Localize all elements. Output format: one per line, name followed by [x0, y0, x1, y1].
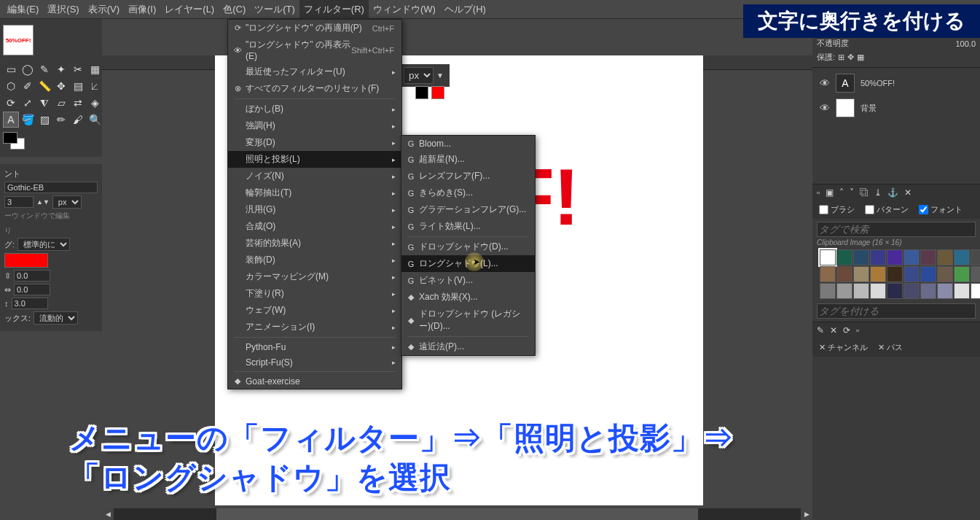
submenu-vignette[interactable]: Gビネット(V)...	[401, 272, 535, 289]
line-spacing-input[interactable]	[14, 270, 50, 282]
tool-fuzzy-select[interactable]: ✦	[53, 61, 69, 77]
submenu-sparkle[interactable]: Gきらめき(S)...	[401, 185, 535, 201]
tab-channels[interactable]: ✕ チャンネル	[815, 341, 872, 354]
menu-filters[interactable]: フィルター(R)	[299, 0, 369, 19]
tool-picker[interactable]: ✐	[20, 78, 36, 94]
foreground-color[interactable]	[3, 132, 17, 144]
tool-scale[interactable]: ⤢	[20, 95, 36, 111]
menu-windows[interactable]: ウィンドウ(W)	[369, 0, 440, 19]
submenu-gradflare[interactable]: Gグラデーションフレア(G)...	[401, 201, 535, 218]
tool-free-select[interactable]: ✎	[36, 61, 52, 77]
submenu-dropshadow[interactable]: Gドロップシャドウ(D)...	[401, 238, 535, 255]
submenu-xach[interactable]: ◆Xach 効果(X)...	[401, 289, 535, 306]
submenu-perspective[interactable]: ◆遠近法(P)...	[401, 338, 535, 355]
font-unit-select[interactable]: px	[52, 195, 82, 209]
text-fg-color[interactable]	[431, 86, 444, 99]
menu-view[interactable]: 表示(V)	[84, 0, 124, 19]
pattern-swatch[interactable]	[820, 266, 836, 282]
tool-gradient[interactable]: ▨	[36, 112, 52, 128]
menu-layer[interactable]: レイヤー(L)	[160, 0, 219, 19]
visibility-icon[interactable]: 👁	[820, 102, 830, 114]
tab-brush[interactable]: ブラシ	[815, 203, 859, 217]
tab-paths[interactable]: ✕ パス	[874, 341, 907, 354]
menu-render[interactable]: 下塗り(R)▸	[228, 285, 401, 302]
menu-noise[interactable]: ノイズ(N)▸	[228, 168, 401, 185]
menu-select[interactable]: 選択(S)	[43, 0, 83, 19]
pattern-swatch[interactable]	[903, 283, 920, 299]
tool-scissors[interactable]: ✂	[70, 61, 86, 77]
merge-down-icon[interactable]: ⤓	[874, 187, 882, 198]
submenu-lensflare[interactable]: Gレンズフレア(F)...	[401, 168, 535, 185]
pattern-swatch[interactable]	[836, 249, 852, 265]
hinting-select[interactable]: 標準的に	[17, 238, 70, 251]
layer-group-icon[interactable]: ▣	[826, 187, 834, 198]
tool-rect-select[interactable]: ▭	[3, 61, 19, 77]
lock-pixels-icon[interactable]: ⊞	[838, 53, 844, 62]
tool-align[interactable]: ▤	[70, 78, 86, 94]
menu-generic[interactable]: 汎用(G)▸	[228, 201, 401, 218]
text-color-swatch[interactable]	[4, 253, 48, 268]
font-family-input[interactable]	[4, 182, 98, 193]
brush-checkbox[interactable]	[819, 205, 828, 214]
pattern-swatch[interactable]	[971, 249, 980, 265]
pattern-checkbox[interactable]	[865, 205, 874, 214]
tool-flip[interactable]: ⇄	[70, 95, 86, 111]
new-layer-icon[interactable]: ▫	[817, 187, 820, 198]
box-mode-select[interactable]: 流動的	[34, 311, 78, 325]
menu-reapply-filter[interactable]: ⟳"ロングシャドウ" の再適用(P)Ctrl+F	[228, 20, 401, 36]
refresh-pattern-icon[interactable]: ⟳	[843, 325, 850, 335]
tool-pencil[interactable]: ✏	[53, 112, 69, 128]
pattern-swatch[interactable]	[937, 249, 953, 265]
menu-animation[interactable]: アニメーション(I)▸	[228, 319, 401, 335]
menu-python-fu[interactable]: Python-Fu▸	[228, 339, 401, 354]
menu-colors[interactable]: 色(C)	[219, 0, 250, 19]
tool-ellipse-select[interactable]: ◯	[20, 61, 36, 77]
scroll-left-icon[interactable]: ◀	[102, 508, 114, 520]
pattern-swatch[interactable]	[853, 249, 869, 265]
indent-input[interactable]	[12, 298, 48, 309]
tool-text[interactable]: A	[3, 112, 19, 128]
tool-brush[interactable]: 🖌	[70, 112, 86, 128]
submenu-longshadow[interactable]: Gロングシャドウ(L)...	[401, 255, 535, 272]
pattern-swatch[interactable]	[954, 266, 970, 282]
edit-pattern-icon[interactable]: ✎	[817, 325, 824, 335]
tool-foreground[interactable]: ▦	[87, 61, 103, 77]
tool-zoom[interactable]: 🔍	[87, 112, 103, 128]
duplicate-layer-icon[interactable]: ⿻	[860, 187, 869, 198]
tool-shear[interactable]: ⧨	[36, 95, 52, 111]
font-size-input[interactable]	[4, 196, 34, 208]
tool-measure[interactable]: 📏	[36, 78, 52, 94]
menu-reshow-filter[interactable]: 👁"ロングシャドウ" の再表示(E)Shift+Ctrl+F	[228, 36, 401, 63]
menu-distort[interactable]: 変形(D)▸	[228, 134, 401, 151]
text-bg-color[interactable]	[415, 86, 428, 99]
menu-artistic[interactable]: 芸術的効果(A)▸	[228, 235, 401, 252]
menu-web[interactable]: ウェブ(W)▸	[228, 302, 401, 319]
menu-goat-exercise[interactable]: ◆Goat-exercise	[228, 373, 401, 389]
menu-image[interactable]: 画像(I)	[124, 0, 160, 19]
scroll-thumb[interactable]	[216, 508, 697, 520]
visibility-icon[interactable]: 👁	[820, 77, 830, 89]
layer-background[interactable]: 👁 背景	[817, 96, 976, 120]
tab-pattern[interactable]: パターン	[861, 203, 913, 217]
letter-spacing-input[interactable]	[14, 284, 50, 295]
menu-edit[interactable]: 編集(E)	[3, 0, 43, 19]
delete-pattern-icon[interactable]: ✕	[830, 325, 837, 335]
pattern-swatch[interactable]	[853, 283, 869, 299]
raise-layer-icon[interactable]: ˄	[839, 187, 844, 198]
pattern-swatch[interactable]	[954, 283, 970, 299]
pattern-swatch[interactable]	[853, 266, 869, 282]
pattern-swatch[interactable]	[971, 283, 980, 299]
pattern-swatch[interactable]	[971, 266, 980, 282]
menu-help[interactable]: ヘルプ(H)	[440, 0, 490, 19]
menu-tools[interactable]: ツール(T)	[250, 0, 299, 19]
pattern-swatch[interactable]	[836, 283, 852, 299]
submenu-supernova[interactable]: G超新星(N)...	[401, 151, 535, 168]
tool-cage[interactable]: ◈	[87, 95, 103, 111]
pattern-swatch[interactable]	[820, 283, 836, 299]
scroll-right-icon[interactable]: ▶	[801, 508, 812, 520]
tool-crop[interactable]: ⟀	[87, 78, 103, 94]
layer-text[interactable]: 👁 A 50%OFF!	[817, 71, 976, 96]
pattern-swatch[interactable]	[920, 266, 936, 282]
menu-edge[interactable]: 輪郭抽出(T)▸	[228, 185, 401, 201]
lock-alpha-icon[interactable]: ▦	[857, 53, 864, 62]
